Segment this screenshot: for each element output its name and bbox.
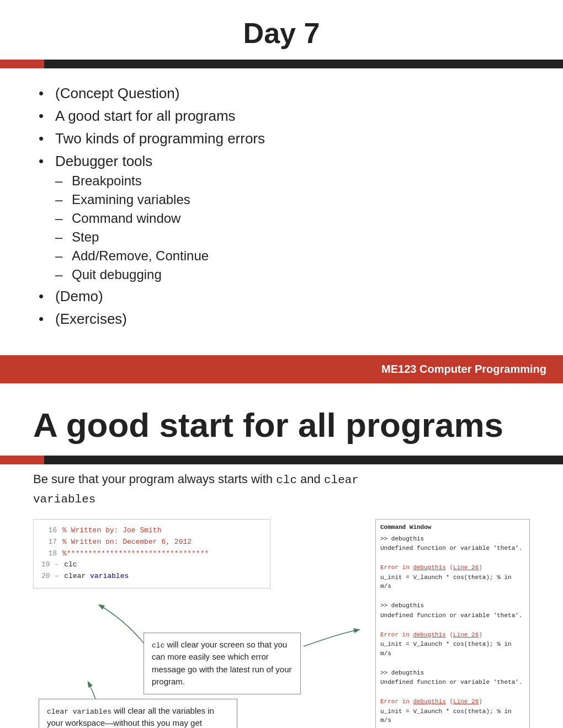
sublist-item: Examining variables — [55, 192, 524, 207]
list-item: Debugger tools Breakpoints Examining var… — [39, 153, 524, 282]
black-bar2 — [44, 456, 563, 464]
sublist-item: Step — [55, 229, 524, 245]
slide1-title: Day 7 — [0, 0, 563, 60]
slide2-description: Be sure that your program always starts … — [33, 470, 530, 508]
sublist-item: Quit debugging — [55, 267, 524, 282]
cmd-line: Undefined function or variable 'theta'. — [380, 544, 525, 553]
cmd-error-line: Error in debugthis (Line 26) — [380, 563, 525, 572]
slide2-content: Be sure that your program always starts … — [0, 464, 563, 728]
sublist-item: Breakpoints — [55, 173, 524, 189]
slide2-title: A good start for all programs — [0, 383, 563, 456]
list-item: Two kinds of programming errors — [39, 130, 524, 147]
list-item: (Demo) — [39, 288, 524, 305]
slide2-divider — [0, 456, 563, 464]
sublist-item: Command window — [55, 211, 524, 226]
slide1-footer: ME123 Computer Programming — [0, 355, 563, 383]
list-item: (Concept Question) — [39, 85, 524, 102]
desc-prefix: Be sure that your program always starts … — [33, 472, 276, 486]
black-bar — [44, 60, 563, 68]
header-bar — [0, 60, 563, 68]
slide1-content: (Concept Question) A good start for all … — [0, 68, 563, 344]
list-item: (Exercises) — [39, 311, 524, 328]
code-line-19: 19 – clc — [41, 559, 262, 571]
list-item: A good start for all programs — [39, 108, 524, 125]
slide1-list: (Concept Question) A good start for all … — [39, 85, 524, 328]
code-line-16: 16 % Written by: Joe Smith — [41, 525, 262, 537]
annotation-clear-text: clear variables will clear all the varia… — [47, 706, 219, 728]
red-accent2 — [0, 456, 44, 464]
annotation-clc-text: clc will clear your screen so that you c… — [152, 640, 291, 687]
code-line-20: 20 – clear variables — [41, 571, 262, 582]
code-area: 16 % Written by: Joe Smith 17 % Written … — [33, 519, 530, 588]
cmd-blank — [380, 554, 525, 563]
cmd-line: u_init = V_launch * cos(theta); % in m/s — [380, 573, 525, 591]
cmd-line: >> debugthis — [380, 534, 525, 544]
desc-and: and — [297, 472, 324, 486]
red-accent — [0, 60, 44, 68]
code-line-17: 17 % Written on: December 6, 2012 — [41, 537, 262, 548]
code-line-18: 18 %********************************* — [41, 548, 262, 560]
annotation-clear: clear variables will clear all the varia… — [39, 699, 237, 728]
sublist: Breakpoints Examining variables Command … — [55, 173, 524, 282]
annotations-area: clc will clear your screen so that you c… — [33, 599, 530, 728]
slide-1: Day 7 (Concept Question) A good start fo… — [0, 0, 563, 383]
slide-2: A good start for all programs Be sure th… — [0, 383, 563, 728]
sublist-item: Add/Remove, Continue — [55, 248, 524, 264]
annotation-clc: clc will clear your screen so that you c… — [144, 633, 301, 694]
cmd-window-title: Command Window — [380, 523, 525, 532]
desc-clc: clc — [276, 474, 297, 486]
code-editor: 16 % Written by: Joe Smith 17 % Written … — [33, 519, 270, 588]
